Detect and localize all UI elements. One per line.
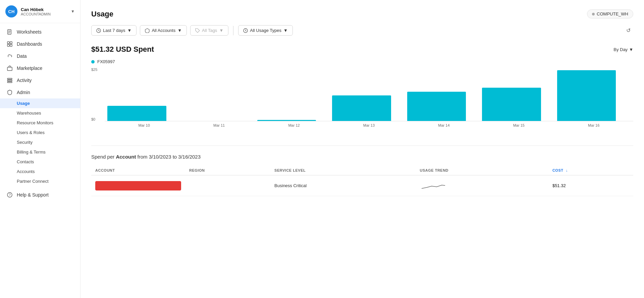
warehouse-name: COMPUTE_WH xyxy=(597,11,628,16)
sidebar-item-resource-monitors-label: Resource Monitors xyxy=(17,120,53,125)
avatar: CH xyxy=(5,5,17,17)
usage-types-label: All Usage Types xyxy=(250,28,281,33)
sidebar-item-marketplace[interactable]: Marketplace xyxy=(0,62,80,74)
sidebar-item-resource-monitors[interactable]: Resource Monitors xyxy=(0,118,80,128)
service-level-value: Business Critical xyxy=(274,183,307,188)
sidebar-item-data[interactable]: Data xyxy=(0,50,80,62)
bar-mar16 xyxy=(557,70,616,121)
sidebar-item-help[interactable]: ? Help & Support xyxy=(0,189,80,201)
bar-mar14 xyxy=(407,92,466,121)
svg-rect-9 xyxy=(7,78,12,79)
accounts-filter-label: All Accounts xyxy=(152,28,175,33)
filter-divider xyxy=(233,26,233,35)
user-role: ACCOUNTADMIN xyxy=(21,12,67,16)
help-icon: ? xyxy=(7,192,13,198)
svg-line-16 xyxy=(99,31,100,31)
table-header-row: ACCOUNT REGION SERVICE LEVEL USAGE TREND… xyxy=(91,166,633,175)
usage-types-filter[interactable]: All Usage Types ▼ xyxy=(238,25,293,36)
chart-divider xyxy=(91,145,633,146)
bar-group-mar15 xyxy=(482,68,555,121)
svg-rect-4 xyxy=(7,42,9,44)
sidebar-item-partner-connect[interactable]: Partner Connect xyxy=(0,176,80,186)
svg-rect-7 xyxy=(10,44,12,46)
sidebar-item-marketplace-label: Marketplace xyxy=(17,66,42,71)
clock-icon xyxy=(96,28,101,33)
x-axis-labels: Mar 10 Mar 11 Mar 12 Mar 13 Mar 14 Mar 1… xyxy=(105,121,633,127)
refresh-button[interactable]: ↺ xyxy=(624,26,633,35)
sidebar-header[interactable]: CH Can Höbek ACCOUNTADMIN ▼ xyxy=(0,0,80,23)
sidebar-item-warehouses-label: Warehouses xyxy=(17,111,41,116)
file-icon xyxy=(7,29,13,35)
sidebar-item-users-roles[interactable]: Users & Roles xyxy=(0,128,80,137)
sidebar-item-billing-terms[interactable]: Billing & Terms xyxy=(0,147,80,157)
tags-filter[interactable]: All Tags ▼ xyxy=(190,25,228,36)
sidebar-item-usage-label: Usage xyxy=(17,101,30,106)
sidebar-item-contacts-label: Contacts xyxy=(17,159,34,164)
sidebar-item-activity[interactable]: Activity xyxy=(0,74,80,86)
bar-chart: $25 $0 xyxy=(91,68,633,135)
usage-types-chevron: ▼ xyxy=(283,28,288,33)
service-level-cell: Business Critical xyxy=(270,175,416,196)
sidebar-nav: Worksheets Dashboards Data xyxy=(0,23,80,298)
x-label-mar13: Mar 13 xyxy=(332,123,406,127)
region-cell xyxy=(185,175,270,196)
by-day-select[interactable]: By Day ▼ xyxy=(613,47,633,52)
sidebar-item-users-roles-label: Users & Roles xyxy=(17,130,45,135)
usage-trend-cell xyxy=(416,175,548,196)
accounts-chevron: ▼ xyxy=(177,28,182,33)
tag-icon xyxy=(195,28,200,33)
x-label-mar12: Mar 12 xyxy=(257,123,331,127)
x-label-mar15: Mar 15 xyxy=(482,123,555,127)
legend-label: FX05997 xyxy=(97,59,115,64)
grid-icon xyxy=(7,41,13,47)
sidebar-item-admin[interactable]: Admin xyxy=(0,86,80,98)
spend-amount: $51.32 USD Spent xyxy=(91,45,154,54)
sidebar-item-worksheets[interactable]: Worksheets xyxy=(0,26,80,38)
bar-group-mar16 xyxy=(557,68,631,121)
sidebar-item-accounts-label: Accounts xyxy=(17,169,35,174)
tags-chevron: ▼ xyxy=(219,28,223,33)
sidebar-item-admin-label: Admin xyxy=(17,90,30,95)
sidebar-item-help-label: Help & Support xyxy=(17,192,49,198)
bar-group-mar13 xyxy=(332,68,406,121)
bar-chart-bars xyxy=(105,68,633,121)
accounts-icon xyxy=(145,28,150,33)
page-header: Usage COMPUTE_WH xyxy=(91,9,633,18)
table-title: Spend per Account from 3/10/2023 to 3/16… xyxy=(91,154,633,160)
svg-rect-10 xyxy=(7,80,12,81)
col-cost[interactable]: COST ↓ xyxy=(548,166,633,175)
time-range-label: Last 7 days xyxy=(103,28,125,33)
accounts-filter[interactable]: All Accounts ▼ xyxy=(140,25,187,36)
svg-text:?: ? xyxy=(9,193,11,197)
account-red-bar xyxy=(95,181,181,190)
sidebar-item-dashboards[interactable]: Dashboards xyxy=(0,38,80,50)
sidebar-item-accounts[interactable]: Accounts xyxy=(0,167,80,176)
sidebar-item-worksheets-label: Worksheets xyxy=(17,29,42,35)
x-label-mar16: Mar 16 xyxy=(557,123,631,127)
time-range-filter[interactable]: Last 7 days ▼ xyxy=(91,25,137,36)
sidebar-item-usage[interactable]: Usage xyxy=(0,98,80,108)
sidebar-item-data-label: Data xyxy=(17,53,27,59)
bar-group-mar10 xyxy=(107,68,181,121)
sidebar-item-activity-label: Activity xyxy=(17,78,32,83)
user-name: Can Höbek xyxy=(21,7,67,12)
sidebar-item-billing-terms-label: Billing & Terms xyxy=(17,150,46,155)
bar-group-mar11 xyxy=(182,68,256,121)
col-account: ACCOUNT xyxy=(91,166,185,175)
x-label-mar14: Mar 14 xyxy=(407,123,481,127)
svg-rect-5 xyxy=(10,42,12,44)
shop-icon xyxy=(7,65,13,71)
sidebar-item-contacts[interactable]: Contacts xyxy=(0,157,80,167)
list-icon xyxy=(7,77,13,83)
x-label-mar11: Mar 11 xyxy=(182,123,256,127)
bar-mar15 xyxy=(482,88,541,121)
usage-trend-chart xyxy=(420,180,447,190)
col-service-level: SERVICE LEVEL xyxy=(270,166,416,175)
sidebar-item-security[interactable]: Security xyxy=(0,137,80,147)
y-label-25: $25 xyxy=(91,68,97,72)
warehouse-badge[interactable]: COMPUTE_WH xyxy=(587,9,633,18)
account-cell xyxy=(91,175,185,196)
legend-dot xyxy=(91,60,95,63)
sidebar-item-warehouses[interactable]: Warehouses xyxy=(0,108,80,118)
bar-group-mar14 xyxy=(407,68,481,121)
